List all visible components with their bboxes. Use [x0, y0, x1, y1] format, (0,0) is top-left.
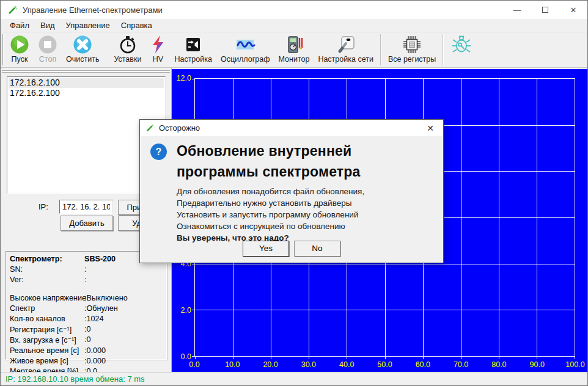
- info-row: Кол-во каналов:1024: [10, 315, 166, 325]
- menu-file[interactable]: Файл: [4, 20, 35, 31]
- dialog-line: Для обновления понадобится файл обновлен…: [177, 186, 364, 197]
- x-tick-label: 10.0: [225, 360, 240, 369]
- info-row: Спектр:Обнулен: [10, 304, 166, 315]
- stop-icon: [38, 35, 57, 54]
- menu-help[interactable]: Справка: [116, 20, 158, 31]
- registers-chip-icon: [402, 35, 422, 54]
- info-row: Высокое напряжение:Выключено: [10, 294, 166, 304]
- menu-bar: Файл Вид Управление Справка: [1, 19, 587, 32]
- multimeter-icon: [284, 35, 304, 54]
- add-button[interactable]: Добавить: [61, 216, 113, 231]
- question-icon: ?: [150, 144, 167, 160]
- status-text: IP: 192.168.10.10 время обмена: 7 ms: [6, 374, 145, 384]
- maximize-icon: [542, 7, 548, 13]
- info-row: [10, 286, 166, 294]
- monitor-button[interactable]: Монитор: [274, 32, 314, 67]
- dialog-close-button[interactable]: ✕: [417, 120, 443, 136]
- window-title: Управление Ethernet-спектрометрами: [23, 5, 163, 15]
- network-setup-button[interactable]: Настройка сети: [314, 32, 378, 67]
- dialog-body: Для обновления понадобится файл обновлен…: [177, 186, 364, 244]
- info-row: Реальное время [с]:0.000: [10, 346, 166, 357]
- close-button[interactable]: ✕: [559, 1, 587, 19]
- dialog-title-bar: Осторожно ✕: [140, 120, 443, 136]
- oscilloscope-icon: [235, 35, 255, 54]
- list-item[interactable]: 172.16.2.100: [9, 78, 164, 88]
- setup-button[interactable]: Настройка: [170, 32, 216, 67]
- toolbar: Пуск Стоп Очистить: [1, 32, 587, 68]
- x-axis-labels: 0.010.020.030.040.050.060.070.080.090.01…: [194, 360, 575, 370]
- maximize-button[interactable]: [531, 1, 559, 19]
- info-row: Регистрация [с⁻¹]:0: [10, 325, 166, 335]
- hv-button[interactable]: HV: [145, 32, 170, 67]
- panel-grip: [2, 70, 170, 71]
- ip-input[interactable]: [59, 200, 113, 214]
- minimize-button[interactable]: —: [503, 1, 531, 19]
- stopwatch-icon: [118, 35, 138, 54]
- wand-icon: [145, 123, 155, 133]
- toolbar-separator: [380, 34, 381, 65]
- info-row: Живое время [с]:0.000: [10, 357, 166, 367]
- dialog-title: Осторожно: [159, 123, 200, 133]
- clear-button[interactable]: Очистить: [62, 32, 103, 67]
- y-tick-label: 2.0: [181, 306, 191, 315]
- presets-button[interactable]: Уставки: [109, 32, 145, 67]
- ip-label: IP:: [39, 202, 48, 211]
- list-item[interactable]: 172.16.2.100: [9, 88, 164, 98]
- toolbar-separator: [443, 34, 444, 65]
- y-tick-label: 12.0: [177, 74, 191, 82]
- menu-view[interactable]: Вид: [35, 20, 61, 31]
- y-tick-label: 0.0: [181, 352, 191, 361]
- x-tick-label: 0.0: [189, 360, 199, 369]
- network-key-icon: [336, 35, 356, 54]
- stop-button[interactable]: Стоп: [34, 32, 62, 67]
- toolbar-separator: [106, 34, 107, 65]
- x-tick-label: 30.0: [301, 360, 316, 369]
- oscilloscope-button[interactable]: Осциллограф: [216, 32, 274, 67]
- toolbar-grip: [2, 34, 4, 65]
- dialog-line: Предварительно нужно установить драйверы: [177, 197, 364, 209]
- yes-button[interactable]: Yes: [243, 241, 289, 257]
- all-registers-button[interactable]: Все регистры: [384, 32, 440, 67]
- x-tick-label: 50.0: [377, 360, 392, 369]
- x-tick-label: 20.0: [263, 360, 277, 369]
- dialog-line: Ознакомиться с инсрукцией по обновлению: [177, 220, 364, 232]
- start-button[interactable]: Пуск: [6, 32, 34, 67]
- x-tick-label: 90.0: [530, 360, 545, 369]
- x-tick-label: 100.0: [565, 360, 584, 369]
- debug-button[interactable]: [446, 32, 477, 67]
- clear-icon: [73, 35, 92, 54]
- x-tick-label: 60.0: [416, 360, 430, 369]
- x-tick-label: 80.0: [491, 360, 506, 369]
- settings-icon: [183, 35, 203, 54]
- menu-control[interactable]: Управление: [61, 20, 116, 31]
- title-bar: Управление Ethernet-спектрометрами — ✕: [1, 1, 587, 19]
- x-tick-label: 70.0: [454, 360, 468, 369]
- no-button[interactable]: No: [294, 241, 340, 257]
- warning-dialog: Осторожно ✕ ? Обновление внутренней прог…: [139, 119, 444, 263]
- play-icon: [10, 35, 29, 54]
- dialog-line: Установить и запустить программу обновле…: [177, 209, 364, 220]
- debug-bug-icon: [450, 35, 472, 54]
- spectrometer-info-panel: Спектрометр:SBS-200 SN:: Ver:: Высокое н…: [6, 251, 167, 360]
- x-tick-label: 40.0: [339, 360, 354, 369]
- info-row: SN::: [10, 265, 166, 275]
- panel-grip: [2, 71, 170, 73]
- status-bar: IP: 192.168.10.10 время обмена: 7 ms: [1, 372, 587, 385]
- wand-icon: [7, 5, 18, 15]
- info-row: Ver::: [10, 275, 166, 286]
- lightning-icon: [150, 35, 166, 54]
- dialog-heading: Обновление внутренней программы спектром…: [177, 140, 403, 182]
- info-row: Вх. загрузка е [с⁻¹]:0: [10, 335, 166, 346]
